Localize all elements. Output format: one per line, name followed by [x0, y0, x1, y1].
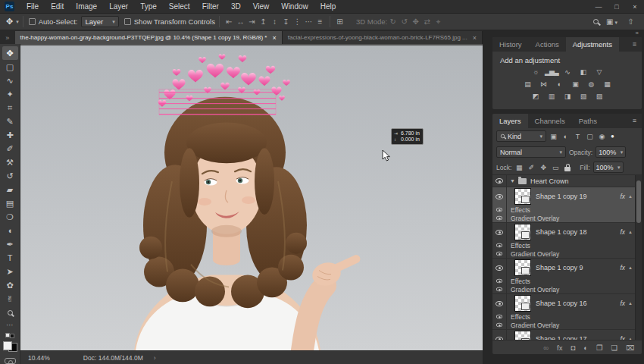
panel-menu-icon[interactable]: ≡ — [627, 114, 642, 128]
layer-row-shape-1-copy-18[interactable]: Shape 1 copy 18 fx ▲ Effects Gradient Ov… — [492, 223, 642, 259]
filter-kind-dropdown[interactable]: Kind ▾ — [496, 130, 546, 142]
workspace-switcher[interactable]: ▣▾ — [606, 17, 617, 26]
menu-item[interactable]: Filter — [196, 0, 225, 14]
adjustment-icon-levels[interactable]: ▂▅▃ — [545, 67, 558, 77]
align-icon-align-top-edges[interactable]: ↥ — [258, 17, 269, 26]
dock-collapse-icon[interactable]: » — [492, 30, 642, 37]
3d-mode-icon-3d-pan[interactable]: ✥ — [410, 17, 421, 26]
3d-mode-icon-3d-roll[interactable]: ↺ — [399, 17, 410, 26]
layer-row-shape-1-copy-19[interactable]: Shape 1 copy 19 fx ▲ Effects Gradient Ov… — [492, 187, 642, 223]
visibility-eye-icon[interactable] — [492, 312, 507, 321]
3d-mode-icon-3d-slide[interactable]: ⇄ — [421, 17, 433, 26]
tool-crop[interactable]: ⌗ — [2, 101, 18, 115]
visibility-eye-icon[interactable] — [492, 187, 507, 206]
collapse-effects-icon[interactable]: ▲ — [625, 337, 636, 340]
document-tab[interactable]: the-happy-woman-on-gray-background-P3TTQ… — [15, 31, 283, 44]
menu-item[interactable]: File — [20, 0, 45, 14]
align-icon-align-horizontal-centers[interactable]: ↔ — [235, 17, 246, 26]
tool-history-brush[interactable]: ↺ — [2, 169, 18, 183]
share-icon[interactable]: ⇧ — [625, 17, 636, 26]
menu-item[interactable]: Image — [70, 0, 103, 14]
layers-action-new-layer[interactable]: ❏ — [611, 344, 618, 352]
auto-select-checkbox[interactable] — [29, 18, 36, 25]
adjustment-icon-exposure[interactable]: ◧ — [577, 67, 589, 77]
layer-thumbnail[interactable] — [514, 188, 531, 205]
tool-brush[interactable]: ✐ — [2, 142, 18, 155]
menu-item[interactable]: Select — [163, 0, 196, 14]
adjustment-icon-curves[interactable]: ∿ — [561, 67, 574, 77]
lock-all-icon[interactable] — [564, 167, 571, 171]
gradient-overlay-row[interactable]: Gradient Overlay — [492, 321, 642, 329]
adjustment-icon-hue-saturation[interactable]: ▤ — [521, 80, 534, 89]
maximize-button[interactable]: □ — [608, 0, 626, 14]
menu-item[interactable]: Window — [275, 0, 314, 14]
effects-row[interactable]: Effects — [492, 241, 642, 249]
menu-item[interactable]: 3D — [225, 0, 247, 14]
layers-action-new-adjustment-layer[interactable]: ◐ — [583, 344, 588, 352]
tool-spot-healing-brush[interactable]: ✚ — [2, 128, 18, 142]
align-icon-align-vertical-centers[interactable]: ↕ — [269, 17, 280, 26]
document-canvas[interactable] — [20, 46, 483, 350]
layer-row-shape-1-copy-16[interactable]: Shape 1 copy 16 fx ▲ Effects Gradient Ov… — [492, 294, 642, 330]
adjustment-icon-gradient-map[interactable]: ▧ — [577, 92, 589, 102]
adjustment-icon-vibrance[interactable]: ▽ — [592, 67, 605, 77]
adjustment-icon-posterize[interactable]: ▥ — [545, 92, 558, 102]
effects-row[interactable]: Effects — [492, 312, 642, 321]
tool-type[interactable]: T — [2, 251, 18, 265]
tab-close-icon[interactable]: × — [473, 34, 477, 42]
tool-gradient[interactable]: ▤ — [2, 196, 18, 210]
opacity-field[interactable]: 100% ▾ — [596, 146, 626, 158]
adjustment-icon-threshold[interactable]: ◨ — [561, 92, 574, 102]
visibility-eye-icon[interactable] — [492, 321, 507, 329]
visibility-eye-icon[interactable] — [492, 330, 507, 340]
tool-lasso[interactable]: ∿ — [2, 74, 18, 87]
edit-toolbar-icon[interactable]: ⋯ — [6, 321, 14, 329]
tool-custom-shape[interactable]: ✿ — [2, 278, 18, 292]
3d-mode-icon-3d-orbit[interactable]: ↻ — [387, 17, 399, 26]
panel-tab-actions[interactable]: Actions — [529, 37, 566, 52]
layer-thumbnail[interactable] — [514, 259, 531, 276]
tool-zoom[interactable] — [2, 306, 18, 319]
lock-icon-lock-position[interactable]: ✥ — [539, 164, 548, 171]
tool-rectangular-marquee[interactable]: ▢ — [2, 60, 18, 74]
tool-hand[interactable]: ✌ — [2, 292, 18, 306]
tab-close-icon[interactable]: × — [272, 34, 276, 42]
gradient-overlay-row[interactable]: Gradient Overlay — [492, 214, 642, 222]
layers-action-delete-layer[interactable]: ⌧ — [626, 344, 634, 352]
layer-thumbnail[interactable] — [514, 331, 531, 340]
visibility-eye-icon[interactable] — [492, 214, 507, 222]
search-icon[interactable] — [593, 19, 599, 24]
collapse-effects-icon[interactable]: ▲ — [625, 265, 636, 270]
default-colors-icon[interactable] — [5, 333, 14, 338]
effects-row[interactable]: Effects — [492, 206, 642, 214]
gradient-overlay-row[interactable]: Gradient Overlay — [492, 285, 642, 293]
panel-menu-icon[interactable]: ≡ — [627, 37, 642, 52]
layers-scrollbar[interactable] — [635, 175, 642, 340]
visibility-eye-icon[interactable] — [492, 206, 507, 214]
adjustment-icon-invert[interactable]: ◩ — [529, 92, 542, 102]
visibility-eye-icon[interactable] — [492, 285, 507, 293]
lock-icon-lock-artboard[interactable]: ▭ — [551, 164, 560, 171]
layers-action-add-layer-mask[interactable]: ◘ — [571, 344, 575, 352]
adjustment-icon-selective-color[interactable]: ▨ — [592, 92, 605, 102]
menu-item[interactable]: View — [247, 0, 276, 14]
visibility-eye-icon[interactable] — [492, 259, 507, 277]
align-icon-align-right-edges[interactable]: ⇥ — [246, 17, 258, 26]
visibility-eye-icon[interactable] — [492, 294, 507, 312]
3d-mode-icon-3d-zoom[interactable]: ⌖ — [433, 17, 444, 27]
minimize-button[interactable]: — — [589, 0, 608, 14]
align-icon-align-bottom-edges[interactable]: ↧ — [280, 17, 292, 26]
panel-tab-history[interactable]: History — [492, 37, 529, 52]
visibility-eye-icon[interactable] — [492, 175, 507, 187]
tool-move[interactable]: ✥ — [2, 46, 18, 60]
gradient-overlay-row[interactable]: Gradient Overlay — [492, 249, 642, 258]
layers-action-link-layers[interactable]: ∞ — [543, 344, 549, 352]
status-menu-arrow-icon[interactable]: › — [154, 354, 156, 362]
layer-filter-icon-filter-shape-layers[interactable]: ▢ — [585, 133, 595, 140]
foreground-color-swatch[interactable] — [3, 341, 12, 350]
adjustment-icon-brightness-contrast[interactable]: ☼ — [529, 67, 542, 77]
show-transform-checkbox[interactable] — [124, 18, 131, 25]
move-tool-icon[interactable]: ✥ — [6, 17, 13, 27]
panel-tab-layers[interactable]: Layers — [492, 114, 528, 128]
align-icon-align-left-edges[interactable]: ⇤ — [224, 17, 235, 26]
